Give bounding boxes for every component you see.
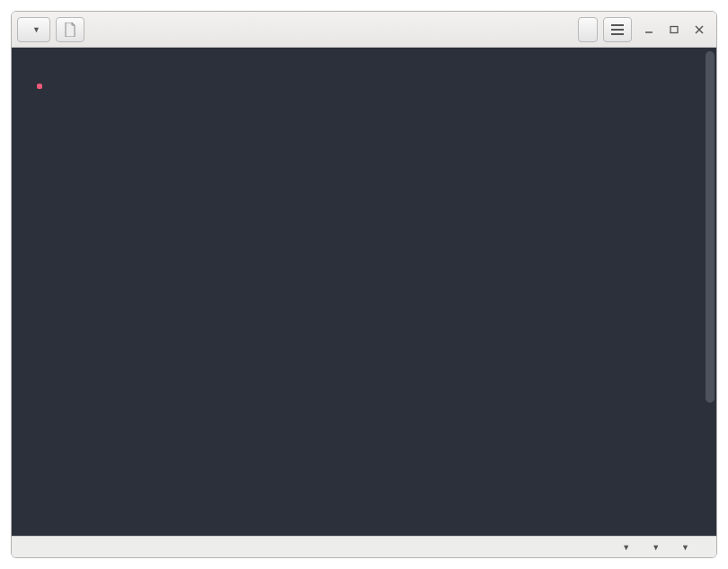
scrollbar-thumb[interactable] <box>706 51 715 403</box>
status-language[interactable]: ▼ <box>617 543 630 552</box>
minimize-button[interactable] <box>643 23 655 36</box>
chevron-down-icon: ▼ <box>652 543 660 552</box>
statusbar: ▼ ▼ ▼ <box>12 536 716 557</box>
hamburger-icon <box>611 24 624 35</box>
window-controls <box>637 23 711 36</box>
chevron-down-icon: ▼ <box>32 25 40 34</box>
save-button[interactable] <box>578 17 598 42</box>
status-cursor[interactable]: ▼ <box>676 543 689 552</box>
code-area[interactable] <box>33 48 716 536</box>
close-button[interactable] <box>693 23 706 36</box>
maximize-button[interactable] <box>668 23 680 36</box>
gutter <box>12 48 33 536</box>
chevron-down-icon: ▼ <box>622 543 630 552</box>
toolbar: ▼ <box>12 12 716 48</box>
highlight-box <box>37 84 42 89</box>
open-button[interactable]: ▼ <box>17 17 50 42</box>
scrollbar-vertical[interactable] <box>706 51 715 520</box>
chevron-down-icon: ▼ <box>681 543 689 552</box>
document-icon <box>64 22 76 37</box>
menu-button[interactable] <box>603 17 632 42</box>
status-tab-width[interactable]: ▼ <box>646 543 660 552</box>
new-document-button[interactable] <box>56 17 84 42</box>
editor[interactable] <box>12 48 716 536</box>
svg-rect-0 <box>670 26 678 32</box>
